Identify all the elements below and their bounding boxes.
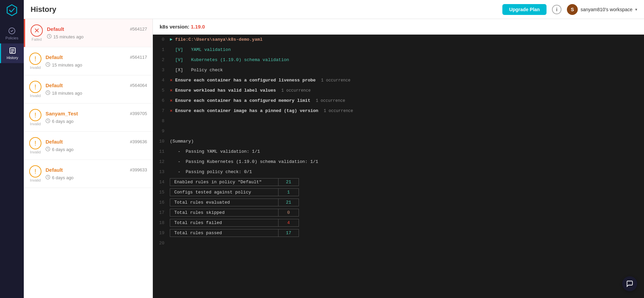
line-number: 6	[153, 97, 170, 105]
content-body: ✕FailedDefault#56412715 minutes ago!Inva…	[24, 19, 644, 298]
table-row: Configs tested against policy1	[170, 188, 299, 196]
line-content: ✕Ensure workload has valid label values1…	[170, 87, 644, 95]
sidebar-item-policies[interactable]: Policies	[0, 24, 24, 43]
table-row: Enabled rules in policy "Default"21	[170, 178, 299, 186]
app-logo[interactable]	[5, 3, 19, 17]
history-info: Sanyam_Test#3997056 days ago	[46, 111, 147, 124]
run-time: 6 days ago	[46, 118, 147, 124]
svg-marker-0	[7, 5, 17, 16]
history-list: ✕FailedDefault#56412715 minutes ago!Inva…	[24, 19, 153, 298]
chevron-down-icon: ▾	[635, 7, 637, 12]
history-item[interactable]: !InvalidDefault#56411715 minutes ago	[24, 47, 153, 75]
code-line: 4✕Ensure each container has a configured…	[153, 75, 644, 86]
clock-icon	[46, 90, 50, 96]
history-item[interactable]: !InvalidDefault#3996336 days ago	[24, 160, 153, 188]
status-label: Invalid	[30, 178, 41, 182]
line-number: 4	[153, 76, 170, 85]
topbar: History Upgrade Plan i S sanyam810's wor…	[24, 0, 644, 19]
run-time: 18 minutes ago	[46, 90, 147, 96]
code-line: 10(Summary)	[153, 136, 644, 147]
line-number: 5	[153, 87, 170, 95]
avatar: S	[567, 4, 578, 15]
status-label: Invalid	[30, 150, 41, 154]
code-line: 8	[153, 116, 644, 126]
clock-icon	[47, 34, 52, 40]
run-id: #564064	[130, 83, 147, 88]
history-item[interactable]: !InvalidSanyam_Test#3997056 days ago	[24, 104, 153, 132]
code-line: 0► file:C:\Users\sanya\k8s-demo.yaml	[153, 35, 644, 45]
status-label: Invalid	[30, 94, 41, 98]
run-time: 15 minutes ago	[46, 62, 147, 68]
history-info: Default#3996336 days ago	[46, 167, 147, 181]
line-number: 9	[153, 127, 170, 135]
status-label: Invalid	[30, 122, 41, 126]
history-item[interactable]: !InvalidDefault#3996366 days ago	[24, 132, 153, 160]
line-number: 8	[153, 117, 170, 125]
line-content: [V] Kubernetes (1.19.0) schema validatio…	[170, 56, 644, 64]
code-output[interactable]: 0► file:C:\Users\sanya\k8s-demo.yaml1 [V…	[153, 35, 644, 298]
code-line: 1 [V] YAML validation	[153, 45, 644, 55]
topbar-actions: Upgrade Plan i S sanyam810's workspace ▾	[502, 4, 637, 15]
code-line: 19Total rules passed17	[153, 228, 644, 238]
code-line: 17Total rules skipped0	[153, 208, 644, 218]
run-id: #564117	[130, 55, 147, 60]
clock-icon	[46, 175, 50, 181]
sidebar-item-label: History	[6, 56, 18, 60]
line-content: - Passing YAML validation: 1/1	[170, 148, 644, 156]
history-info: Default#3996366 days ago	[46, 139, 147, 152]
code-line: 6✕Ensure each container has a configured…	[153, 96, 644, 106]
line-number: 15	[153, 188, 170, 197]
policy-name: Default	[46, 167, 63, 173]
line-number: 14	[153, 178, 170, 186]
workspace-selector[interactable]: S sanyam810's workspace ▾	[567, 4, 637, 15]
code-line: 16Total rules evaluated21	[153, 198, 644, 208]
info-button[interactable]: i	[552, 5, 561, 14]
status-badge: ✕	[31, 24, 43, 37]
code-line: 5✕Ensure workload has valid label values…	[153, 86, 644, 96]
code-line: 15Configs tested against policy1	[153, 187, 644, 198]
history-item[interactable]: !InvalidDefault#56406418 minutes ago	[24, 75, 153, 104]
line-content: [V] YAML validation	[170, 46, 644, 54]
line-number: 3	[153, 66, 170, 74]
code-line: 2 [V] Kubernetes (1.19.0) schema validat…	[153, 55, 644, 65]
history-item[interactable]: ✕FailedDefault#56412715 minutes ago	[24, 19, 153, 47]
line-number: 10	[153, 137, 170, 146]
line-number: 2	[153, 56, 170, 64]
code-line: 7✕Ensure each container image has a pinn…	[153, 106, 644, 116]
status-label: Failed	[32, 37, 42, 41]
chat-widget[interactable]	[622, 276, 637, 291]
sidebar-item-history[interactable]: History	[0, 43, 24, 63]
clock-icon	[46, 62, 50, 68]
line-content: - Passing Kubernetes (1.19.0) schema val…	[170, 158, 644, 166]
run-id: #399705	[130, 111, 147, 116]
status-badge: !	[29, 109, 41, 121]
line-number: 20	[153, 239, 170, 247]
history-info: Default#56406418 minutes ago	[46, 82, 147, 96]
sidebar-item-label: Policies	[5, 36, 18, 40]
run-time: 15 minutes ago	[47, 34, 147, 40]
k8s-version-label: k8s version:	[160, 24, 190, 30]
history-info: Default#56411715 minutes ago	[46, 54, 147, 68]
policies-icon	[8, 27, 16, 35]
line-number: 17	[153, 209, 170, 217]
clock-icon	[46, 118, 50, 124]
code-line: 18Total rules failed4	[153, 218, 644, 228]
code-panel: k8s version: 1.19.0 0► file:C:\Users\san…	[153, 19, 644, 298]
code-line: 20	[153, 238, 644, 248]
line-number: 13	[153, 168, 170, 176]
status-badge: !	[29, 53, 41, 65]
upgrade-button[interactable]: Upgrade Plan	[502, 4, 547, 15]
line-number: 11	[153, 148, 170, 156]
run-time: 6 days ago	[46, 147, 147, 152]
code-line: 14Enabled rules in policy "Default"21	[153, 177, 644, 187]
line-content: ✕Ensure each container image has a pinne…	[170, 107, 644, 115]
run-id: #564127	[130, 26, 147, 32]
line-content: ► file:C:\Users\sanya\k8s-demo.yaml	[170, 36, 644, 44]
sidebar: Policies History	[0, 0, 24, 298]
code-line: 11 - Passing YAML validation: 1/1	[153, 147, 644, 157]
line-content: ✕Ensure each container has a configured …	[170, 76, 644, 85]
run-id: #399636	[130, 139, 147, 144]
code-line: 13 - Passing policy check: 0/1	[153, 167, 644, 177]
clock-icon	[46, 147, 50, 152]
line-number: 12	[153, 158, 170, 166]
